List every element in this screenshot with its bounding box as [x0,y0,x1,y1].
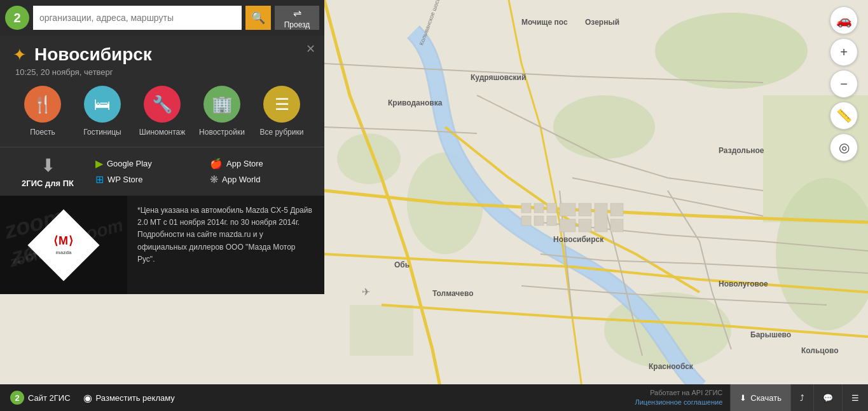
menu-icon: ☰ [851,393,859,403]
svg-rect-18 [579,219,591,232]
svg-rect-7 [350,305,413,356]
attribution-line1: Работает на API 2ГИС [635,388,722,398]
bottom-left: 2 Сайт 2ГИС ◉ Разместить рекламу [0,391,185,405]
bottom-right: Работает на API 2ГИС Лицензионное соглаш… [635,384,868,411]
sidebar: 2 🔍 ⇌ Проезд ✕ ✦ Новосибирск 10:25, 20 н… [0,0,324,294]
category-label: Шиномонтаж [139,128,186,137]
appstore-icon: 🍎 [210,158,223,170]
wp-icon: ⊞ [95,173,104,185]
ads-icon: ◉ [83,392,92,404]
svg-rect-21 [610,219,623,232]
category-icon: 🏢 [203,86,240,123]
bb-label: App World [222,175,260,184]
apps-row: ⬇ 2ГИС для ПК ▶Google Play🍎App Store⊞WP … [0,147,324,196]
attribution-line2[interactable]: Лицензионное соглашение [635,398,722,407]
site-link[interactable]: 2 Сайт 2ГИС [10,391,71,405]
ad-banner[interactable]: zoom-zoom zoom-zoom zoom ⟨M⟩ mazda *Цена… [0,196,324,294]
search-button[interactable]: 🔍 [245,6,271,30]
svg-rect-9 [521,203,531,213]
category-icon: ☰ [263,86,300,123]
search-input[interactable] [33,6,242,30]
category-icon: 🔧 [144,86,181,123]
category-item-гостиницы[interactable]: 🛏 Гостиницы [72,86,132,137]
download-icon: ⬇ [41,155,55,176]
app-link-wp[interactable]: ⊞WP Store [95,173,197,185]
svg-point-2 [553,95,655,159]
svg-rect-14 [547,216,556,226]
location-button[interactable]: ◎ [830,133,858,161]
google-label: Google Play [107,159,152,168]
download-button[interactable]: ⬇ Скачать [730,384,790,411]
route-button[interactable]: ⇌ Проезд [275,6,319,30]
ads-link-label: Разместить рекламу [96,393,175,403]
wp-label: WP Store [107,175,142,184]
ad-image: zoom-zoom zoom-zoom zoom ⟨M⟩ mazda [0,196,127,294]
bottom-bar: 2 Сайт 2ГИС ◉ Разместить рекламу Работае… [0,384,868,411]
svg-rect-15 [560,203,575,216]
app-link-appstore[interactable]: 🍎App Store [210,158,312,170]
route-icon: ⇌ [293,7,301,19]
ad-description: *Цена указана на автомобиль Mazda CX-5 Д… [137,206,312,264]
attribution: Работает на API 2ГИС Лицензионное соглаш… [635,388,730,408]
city-icon: ✦ [13,45,27,65]
city-panel: ✕ ✦ Новосибирск 10:25, 20 ноября, четвер… [0,36,324,147]
svg-rect-11 [547,203,556,213]
site-link-label: Сайт 2ГИС [28,393,71,403]
categories: 🍴 Поесть 🛏 Гостиницы 🔧 Шиномонтаж 🏢 Ново… [13,86,312,147]
category-label: Поесть [30,128,55,137]
category-label: Все рубрики [260,128,304,137]
mobile-apps: ▶Google Play🍎App Store⊞WP Store❋App Worl… [83,158,312,185]
category-label: Новостройки [199,128,245,137]
bb-icon: ❋ [210,173,218,185]
appstore-label: App Store [226,159,263,168]
category-item-все-рубрики[interactable]: ☰ Все рубрики [252,86,312,137]
search-bar: 2 🔍 ⇌ Проезд [0,0,324,36]
category-icon: 🍴 [24,86,61,123]
download-label: Скачать [750,393,782,403]
svg-rect-16 [579,203,591,216]
svg-rect-13 [534,216,544,226]
zoom-out-button[interactable]: − [830,70,858,98]
share-button[interactable]: ⤴ [790,384,813,411]
site-icon: 2 [10,391,24,405]
search-icon: 🔍 [251,11,265,25]
category-label: Гостиницы [83,128,121,137]
download-icon: ⬇ [740,393,747,403]
close-button[interactable]: ✕ [306,42,315,56]
svg-rect-17 [560,219,575,232]
svg-text:✈: ✈ [362,286,370,297]
city-name: Новосибирск [34,44,152,65]
svg-rect-12 [521,216,531,226]
mazda-logo-text: ⟨M⟩ mazda [53,234,74,257]
ad-text: *Цена указана на автомобиль Mazda CX-5 Д… [127,196,324,294]
svg-rect-20 [610,203,623,216]
share-icon: ⤴ [800,393,804,403]
category-item-новостройки[interactable]: 🏢 Новостройки [192,86,252,137]
svg-rect-10 [534,203,544,213]
category-item-шиномонтаж[interactable]: 🔧 Шиномонтаж [132,86,192,137]
pc-app-label: 2ГИС для ПК [22,179,74,188]
app-link-bb[interactable]: ❋App World [210,173,312,185]
ruler-button[interactable]: 📏 [830,102,858,130]
pc-app-download[interactable]: ⬇ 2ГИС для ПК [13,155,83,188]
ads-link[interactable]: ◉ Разместить рекламу [83,392,175,404]
app-logo: 2 [5,6,29,30]
app-link-google[interactable]: ▶Google Play [95,158,197,170]
svg-point-1 [655,13,808,89]
city-header: ✦ Новосибирск [13,44,312,65]
google-icon: ▶ [95,158,103,170]
traffic-button[interactable]: 🚗 [830,6,858,34]
menu-button[interactable]: ☰ [842,384,868,411]
category-item-поесть[interactable]: 🍴 Поесть [13,86,72,137]
zoom-in-button[interactable]: + [830,38,858,66]
feedback-icon: 💬 [823,393,833,403]
route-label: Проезд [284,20,310,29]
feedback-button[interactable]: 💬 [813,384,842,411]
category-icon: 🛏 [84,86,121,123]
map-controls: 🚗+−📏◎ [830,6,858,161]
city-time: 10:25, 20 ноября, четверг [13,67,312,77]
svg-rect-19 [595,203,607,232]
